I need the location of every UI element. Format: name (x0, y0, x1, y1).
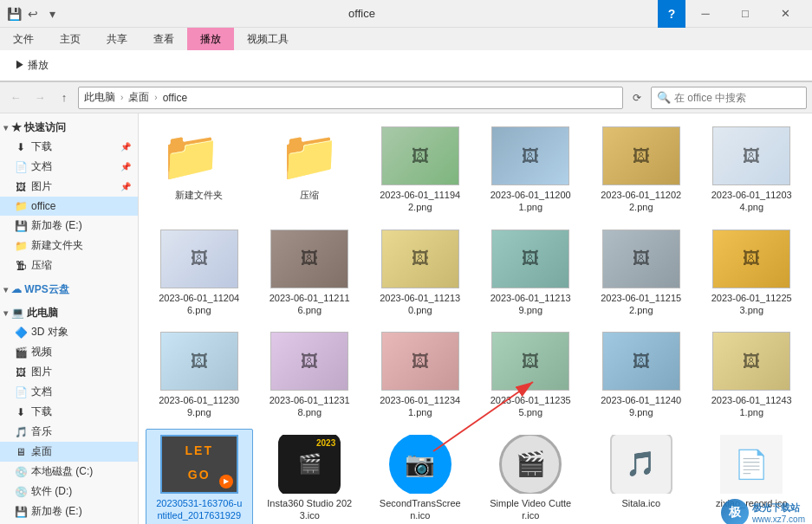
sidebar-item-3d[interactable]: 🔷 3D 对象 (0, 322, 138, 342)
image-thumb: 🖼 (270, 230, 348, 288)
file-item-img2[interactable]: 🖼 2023-06-01_112001.png (477, 120, 585, 220)
image-thumb: 🖼 (381, 332, 459, 391)
desktop-icon: 🖥 (14, 445, 28, 459)
path-computer: 此电脑 (84, 90, 115, 105)
file-grid: 📁 新建文件夹 📁 压缩 🖼 2023-06-01_111942.png (139, 113, 812, 524)
file-item-newfolder[interactable]: 📁 新建文件夹 (146, 120, 253, 220)
pin-icon: 📌 (120, 142, 131, 152)
file-item-videocutter[interactable]: 🎬 Simple Video Cutter.ico (477, 429, 585, 524)
close-button[interactable]: ✕ (765, 0, 805, 28)
redo-icon[interactable]: ▾ (45, 7, 59, 21)
file-item-compress[interactable]: 📁 压缩 (257, 120, 364, 220)
image-thumb: 🖼 (491, 126, 569, 185)
folder-icon-office: 📁 (14, 199, 28, 213)
image-thumb: 🖼 (381, 126, 459, 185)
dl-icon: ⬇ (14, 405, 28, 419)
sidebar-item-newe2[interactable]: 💾 新加卷 (E:) (0, 501, 138, 521)
tab-video-tools[interactable]: 视频工具 (234, 28, 302, 50)
forward-button[interactable]: → (29, 87, 50, 108)
main-area: ▾ ★ 快速访问 ⬇ 下载 📌 📄 文档 📌 🖼 图片 📌 📁 office 💾… (0, 113, 812, 524)
save-icon[interactable]: 💾 (7, 7, 21, 21)
search-input[interactable] (674, 92, 804, 104)
sidebar-item-documents[interactable]: 📄 文档 📌 (0, 157, 138, 177)
addressbar: ← → ↑ 此电脑 › 桌面 › office ⟳ 🔍 (0, 82, 812, 113)
download-icon: ⬇ (14, 140, 28, 154)
sidebar-item-videos[interactable]: 🎬 视频 (0, 342, 138, 362)
quick-access-header[interactable]: ▾ ★ 快速访问 (0, 117, 138, 137)
file-item-img8[interactable]: 🖼 2023-06-01_112139.png (477, 223, 585, 323)
file-name: 2023-06-01_112046.png (156, 292, 243, 317)
file-item-video[interactable]: LET GO ▶ 20230531-163706-untitled_201763… (146, 429, 253, 524)
file-item-img12[interactable]: 🖼 2023-06-01_112318.png (257, 326, 364, 425)
folder-icon: 📁 (160, 126, 221, 185)
refresh-button[interactable]: ⟳ (627, 87, 647, 108)
file-item-img10[interactable]: 🖼 2023-06-01_112253.png (698, 223, 806, 323)
file-name: Simple Video Cutter.ico (487, 497, 574, 522)
file-name: 2023-06-01_111942.png (377, 189, 464, 214)
compress-folder-icon: 📁 (279, 126, 340, 185)
sidebar-item-dl[interactable]: ⬇ 下载 (0, 402, 138, 422)
file-item-img13[interactable]: 🖼 2023-06-01_112341.png (367, 326, 474, 425)
address-path[interactable]: 此电脑 › 桌面 › office (78, 87, 623, 109)
minimize-button[interactable]: ─ (685, 0, 725, 28)
sidebar-item-music[interactable]: 🎵 音乐 (0, 422, 138, 442)
file-name: 2023-06-01_112355.png (487, 394, 574, 419)
file-item-img7[interactable]: 🖼 2023-06-01_112130.png (367, 223, 474, 323)
image-thumb: 🖼 (160, 230, 238, 288)
sidebar-item-office[interactable]: 📁 office (0, 197, 138, 216)
sidebar-item-desktop[interactable]: 🖥 桌面 (0, 442, 138, 462)
tab-view[interactable]: 查看 (140, 28, 187, 50)
tab-share[interactable]: 共享 (94, 28, 140, 50)
wps-cloud-header[interactable]: ▾ ☁ WPS云盘 (0, 279, 138, 299)
new-vol-icon: 💾 (14, 505, 28, 519)
sidebar-item-pics[interactable]: 🖼 图片 (0, 362, 138, 382)
file-item-img5[interactable]: 🖼 2023-06-01_112046.png (146, 223, 253, 323)
up-button[interactable]: ↑ (54, 87, 75, 108)
sidebar-item-docs[interactable]: 📄 文档 (0, 382, 138, 402)
sidebar-item-downloads[interactable]: ⬇ 下载 📌 (0, 137, 138, 157)
file-item-img3[interactable]: 🖼 2023-06-01_112022.png (588, 120, 695, 220)
file-item-img11[interactable]: 🖼 2023-06-01_112309.png (146, 326, 253, 425)
sidebar-item-newfolder[interactable]: 📁 新建文件夹 (0, 236, 138, 256)
ribbon-tab-bar: 文件 主页 共享 查看 播放 视频工具 (0, 28, 812, 50)
file-item-img4[interactable]: 🖼 2023-06-01_112034.png (698, 120, 806, 220)
document-icon: 📄 (14, 160, 28, 174)
search-box: 🔍 (651, 87, 807, 109)
file-item-secondtrans[interactable]: 📷 SecondTransScreen.ico (367, 429, 474, 524)
file-name: SecondTransScreen.ico (377, 497, 464, 522)
pics-icon: 🖼 (14, 366, 28, 379)
sidebar-item-softd[interactable]: 💿 软件 (D:) (0, 482, 138, 501)
sidebar-item-pictures[interactable]: 🖼 图片 📌 (0, 177, 138, 197)
sidebar-item-compress[interactable]: 🗜 压缩 (0, 256, 138, 275)
drive-icon: 💾 (14, 219, 28, 233)
watermark-url: www.xz7.com (752, 514, 805, 524)
maximize-button[interactable]: □ (725, 0, 765, 28)
file-item-img1[interactable]: 🖼 2023-06-01_111942.png (367, 120, 474, 220)
image-thumb: 🖼 (602, 230, 680, 288)
image-thumb: 🖼 (270, 332, 348, 391)
play-button[interactable]: ▶ 播放 (7, 54, 56, 78)
file-item-img9[interactable]: 🖼 2023-06-01_112152.png (588, 223, 695, 323)
back-button[interactable]: ← (5, 87, 26, 108)
sidebar-item-newe[interactable]: 💾 新加卷 (E:) (0, 216, 138, 236)
videocutter-thumb: 🎬 (491, 435, 569, 494)
video-icon: 🎬 (14, 346, 28, 359)
tab-home[interactable]: 主页 (47, 28, 94, 50)
sidebar-item-localc[interactable]: 💿 本地磁盘 (C:) (0, 462, 138, 482)
file-name: 2023-06-01_112341.png (377, 394, 464, 419)
file-item-sitala[interactable]: 🎵 Sitala.ico (588, 429, 695, 524)
image-thumb: 🖼 (491, 230, 569, 288)
file-name: 压缩 (300, 189, 319, 201)
file-item-img16[interactable]: 🖼 2023-06-01_112431.png (698, 326, 806, 425)
this-pc-header[interactable]: ▾ 💻 此电脑 (0, 302, 138, 322)
file-item-img15[interactable]: 🖼 2023-06-01_112409.png (588, 326, 695, 425)
help-button[interactable]: ? (658, 0, 685, 28)
undo-icon[interactable]: ↩ (26, 7, 40, 21)
file-item-img14[interactable]: 🖼 2023-06-01_112355.png (477, 326, 585, 425)
file-item-insta360[interactable]: 2023 🎬 Insta360 Studio 2023.ico (257, 429, 364, 524)
tab-file[interactable]: 文件 (0, 28, 47, 50)
compress-thumb: 📁 (270, 126, 348, 185)
tab-play[interactable]: 播放 (187, 28, 234, 50)
file-item-img6[interactable]: 🖼 2023-06-01_112116.png (257, 223, 364, 323)
picture-icon: 🖼 (14, 180, 28, 194)
